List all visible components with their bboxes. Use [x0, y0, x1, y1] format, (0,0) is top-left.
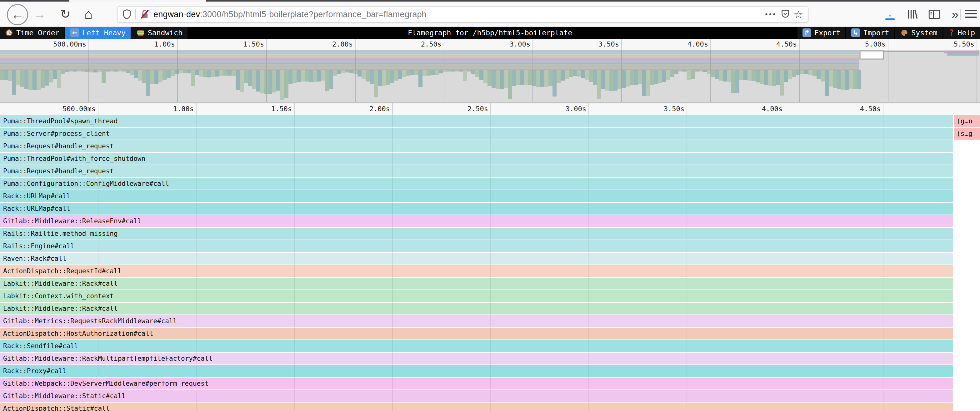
flame-frame[interactable]: [0, 215, 953, 227]
back-button[interactable]: ←: [7, 4, 28, 25]
frame-label: Puma::Server#process_client: [3, 128, 110, 140]
ruler-gridline: [294, 103, 295, 114]
flame-frame[interactable]: [0, 115, 953, 127]
insecure-lock-icon[interactable]: [140, 10, 150, 19]
frame-label: Puma::Request#handle_request: [3, 140, 114, 152]
frame-label: Gitlab::Middleware::Static#call: [3, 390, 126, 402]
flame-frame-row: Puma::ThreadPool#with_force_shutdown: [0, 153, 980, 165]
bookmark-star-icon[interactable]: ☆: [794, 9, 803, 20]
flame-frame-row: Puma::ThreadPool#spawn_thread: [0, 115, 980, 127]
flamegraph-toolbar: Flamegraph for /h5bp/html5-boilerplate T…: [0, 27, 980, 39]
flame-frame-row: Gitlab::Middleware::RackMultipartTempfil…: [0, 352, 980, 365]
action-label: Export: [815, 29, 840, 37]
tab-sandwich[interactable]: Sandwich: [132, 27, 188, 39]
url-text[interactable]: engwan-dev:3000/h5bp/html5-boilerplate?p…: [153, 10, 761, 19]
flame-frame-row: Rack::Sendfile#call: [0, 340, 980, 352]
export-icon: ↱: [802, 29, 811, 37]
ruler-gridline: [490, 103, 491, 114]
forward-button[interactable]: →: [31, 6, 48, 22]
ruler-gridline: [710, 39, 711, 50]
toolbar-divider: [960, 9, 961, 20]
flame-frame[interactable]: [0, 128, 953, 140]
ruler-gridline: [589, 103, 589, 114]
flame-frame[interactable]: [0, 253, 953, 265]
flame-frame[interactable]: [0, 390, 953, 402]
time-gridline: [294, 115, 295, 411]
help-button[interactable]: ?Help: [943, 27, 980, 39]
minimap[interactable]: [0, 50, 980, 103]
tab-label: Time Order: [16, 29, 59, 37]
sidebar-button[interactable]: [926, 6, 942, 22]
minimap-flame-preview: [0, 50, 980, 102]
frame-label: Raven::Rack#call: [3, 253, 66, 265]
ruler-label: 3.50s: [603, 103, 684, 114]
pocket-save-icon[interactable]: [781, 10, 790, 19]
flamegraph-view[interactable]: Puma::ThreadPool#spawn_threadPuma::Serve…: [0, 115, 980, 411]
flame-frame[interactable]: [0, 140, 953, 152]
flame-frame-row: Rack::URLMap#call: [0, 190, 980, 202]
frame-label: (s…g: [956, 128, 972, 140]
flame-frame-row: Rack::Proxy#call: [0, 365, 980, 377]
ruler-label: 500.00ms: [14, 103, 95, 114]
back-arrow-icon: ←: [11, 8, 24, 22]
library-button[interactable]: [904, 6, 921, 22]
frame-label: Puma::ThreadPool#spawn_thread: [3, 115, 118, 127]
page-actions-icon[interactable]: •••: [765, 10, 776, 19]
url-host: engwan-dev: [153, 10, 200, 19]
ruler-label: 4.00s: [627, 39, 708, 50]
frame-label: Labkit::Middleware::Rack#call: [3, 303, 118, 314]
flame-frame[interactable]: [0, 265, 953, 277]
reload-button[interactable]: ↻: [57, 6, 74, 22]
tab-label: Left Heavy: [82, 29, 125, 37]
ruler-gridline: [977, 39, 977, 50]
action-label: Help: [958, 29, 975, 37]
menu-button[interactable]: [965, 10, 977, 18]
flame-frame-row: ActionDispatch::RequestId#call: [0, 265, 980, 277]
frame-label: Rack::URLMap#call: [3, 190, 70, 202]
flame-frame[interactable]: [0, 228, 953, 240]
frame-label: Rack::Proxy#call: [3, 365, 66, 377]
urlbar-divider: [135, 10, 136, 19]
flame-frame-row: Rails::Railtie.method_missing: [0, 228, 980, 240]
system-button[interactable]: System: [895, 27, 942, 39]
flame-frame[interactable]: [0, 165, 953, 177]
flame-frame[interactable]: [0, 190, 953, 202]
flame-frame[interactable]: [0, 240, 953, 252]
downloads-button[interactable]: ↓: [882, 6, 898, 22]
tracking-protection-shield-icon[interactable]: [123, 10, 131, 19]
export-button[interactable]: ↱Export: [797, 27, 845, 39]
toolbar-actions: ↱Export↳ImportSystem?Help: [797, 27, 980, 39]
ruler-gridline: [687, 103, 687, 114]
tab-label: Sandwich: [148, 29, 183, 37]
address-bar[interactable]: engwan-dev:3000/h5bp/html5-boilerplate?p…: [117, 6, 808, 22]
frame-label: ActionDispatch::RequestId#call: [3, 265, 122, 277]
flame-frame[interactable]: [0, 403, 953, 411]
flame-frame[interactable]: [0, 203, 953, 214]
ruler-label: 1.00s: [94, 39, 175, 50]
flame-frame[interactable]: [0, 340, 953, 352]
flame-frame[interactable]: [0, 278, 953, 289]
frame-label: Rails::Railtie.method_missing: [3, 228, 118, 240]
flame-frame[interactable]: [0, 365, 953, 377]
ruler-label: 2.50s: [360, 39, 442, 50]
home-button[interactable]: ⌂: [80, 6, 97, 22]
frame-label: Rack::Sendfile#call: [3, 340, 78, 352]
flame-frame-truncated[interactable]: (g…n: [954, 115, 980, 127]
frame-label: Labkit::Context.with_context: [3, 290, 114, 302]
time-gridline: [785, 115, 785, 411]
import-button[interactable]: ↳Import: [846, 27, 894, 39]
flame-frame-row: Raven::Rack#call: [0, 253, 980, 265]
flame-frame-truncated[interactable]: (s…g: [954, 128, 980, 140]
flame-frame[interactable]: [0, 290, 953, 302]
tab-time-order[interactable]: Time Order: [0, 27, 64, 39]
tab-left-heavy[interactable]: ←Left Heavy: [65, 27, 130, 39]
action-label: System: [912, 29, 937, 37]
home-icon: ⌂: [84, 6, 93, 22]
frame-label: Rack::URLMap#call: [3, 203, 70, 214]
time-gridline: [589, 115, 589, 411]
ruler-gridline: [196, 103, 197, 114]
minimap-viewport[interactable]: [860, 51, 884, 59]
overflow-chevrons-button[interactable]: »: [947, 6, 963, 22]
flame-frame[interactable]: [0, 303, 953, 314]
flame-frame-row: Labkit::Context.with_context: [0, 290, 980, 302]
